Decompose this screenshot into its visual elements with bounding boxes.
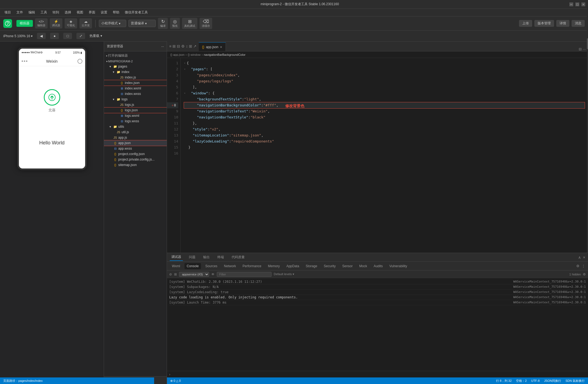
menu-item-view[interactable]: 视图	[74, 10, 85, 15]
devtool-tab-network[interactable]: Network	[222, 263, 238, 269]
devtool-tab-audits[interactable]: Audits	[371, 263, 385, 269]
fullscreen-button[interactable]: ⤢	[76, 33, 85, 39]
home-button[interactable]: □	[63, 33, 72, 39]
console-clear-button[interactable]: ⊘	[169, 272, 172, 276]
editor-toolbar-btn-3[interactable]: ⊟	[177, 44, 180, 48]
editor-more-button[interactable]: ···	[583, 47, 586, 51]
devtool-tab-wxml[interactable]: Wxml	[170, 263, 182, 269]
device-select[interactable]: iPhone 5 100% 16 ▾	[3, 34, 33, 38]
devtool-tab-sensor[interactable]: Sensor	[340, 263, 355, 269]
editor-toolbar-btn-4[interactable]: ⚙	[181, 44, 185, 48]
devtool-tab-storage[interactable]: Storage	[304, 263, 319, 269]
file-logs-js[interactable]: JS logs.js	[104, 102, 167, 107]
hot-reload[interactable]: 热重载 ▾	[90, 34, 102, 38]
minimize-button[interactable]: ─	[569, 2, 573, 6]
editor-split-button[interactable]: ⊟	[579, 47, 582, 51]
settings-button[interactable]: ⚙	[583, 272, 586, 276]
devtool-tab-sources[interactable]: Sources	[203, 263, 220, 269]
explorer-dots[interactable]: ···	[161, 45, 164, 48]
devtool-tab-mock[interactable]: Mock	[357, 263, 369, 269]
folder-index[interactable]: ▾ 📁 index	[104, 69, 167, 75]
stop-button[interactable]: ●	[50, 33, 59, 39]
menu-item-settings[interactable]: 设置	[99, 10, 109, 15]
bottom-tab-debugger[interactable]: 调试器	[170, 254, 183, 261]
detail-button[interactable]: 详情	[556, 20, 569, 27]
menu-item-devtool[interactable]: 微信开发者工具	[123, 10, 150, 15]
menu-item-edit[interactable]: 编辑	[26, 10, 37, 15]
panel-collapse-button[interactable]: ∧	[578, 255, 581, 260]
console-eye-button[interactable]: 👁	[211, 272, 215, 276]
devtool-tab-console[interactable]: Console	[185, 263, 201, 269]
file-index-wxss[interactable]: ⊟ index.wxss	[104, 91, 167, 97]
editor-toolbar-btn-7[interactable]: ↗	[193, 44, 197, 48]
editor-toolbar-btn-2[interactable]: ⊞	[172, 44, 176, 48]
devtools-more-button[interactable]: ⋮	[582, 264, 585, 268]
maximize-button[interactable]: □	[575, 2, 579, 6]
menu-item-interface[interactable]: 界面	[87, 10, 97, 15]
preview-button[interactable]: ◎ 预览	[170, 18, 180, 29]
file-logs-wxss[interactable]: ⊟ logs.wxss	[104, 118, 167, 124]
file-project-config[interactable]: {} project.config.json	[104, 151, 167, 157]
menu-item-project[interactable]: 项目	[2, 10, 13, 15]
open-editors-section[interactable]: ▸ 打开的编辑器	[104, 53, 167, 59]
file-index-json[interactable]: {} index.json	[104, 80, 167, 86]
collapse-icon-6[interactable]: ▾	[184, 90, 186, 96]
devtool-tab-vulnerability[interactable]: Vulnerability	[387, 263, 409, 269]
msg-button[interactable]: 消息	[572, 20, 585, 27]
close-button[interactable]: ×	[581, 2, 585, 6]
devtool-tab-performance[interactable]: Performance	[240, 263, 264, 269]
panel-close-button[interactable]: ×	[583, 255, 585, 260]
menu-item-file[interactable]: 文件	[14, 10, 25, 15]
file-logs-wxml[interactable]: ⊞ logs.wxml	[104, 113, 167, 118]
editor-button[interactable]: </> 编辑器	[35, 18, 48, 28]
simulator-button[interactable]: 模拟器	[16, 20, 33, 27]
file-index-js[interactable]: JS index.js	[104, 75, 167, 80]
file-project-private[interactable]: {} project.private.config.js...	[104, 157, 167, 162]
bottom-tab-terminal[interactable]: 终端	[216, 254, 226, 261]
clear-button[interactable]: ⌫ 清缓存	[200, 18, 212, 29]
refresh-button[interactable]: ↻ 编译	[158, 18, 168, 29]
folder-pages[interactable]: ▾ 📁 pages	[104, 64, 167, 69]
devtool-tab-memory[interactable]: Memory	[266, 263, 282, 269]
file-index-wxml[interactable]: ⊞ index.wxml	[104, 86, 167, 91]
devtool-tab-security[interactable]: Security	[322, 263, 338, 269]
back-button[interactable]: ◀	[37, 33, 46, 39]
file-logs-json[interactable]: {} logs.json	[104, 107, 167, 113]
folder-utils[interactable]: ▾ 📁 utils	[104, 124, 167, 129]
version-button[interactable]: 版本管理	[534, 20, 554, 27]
collapse-icon-1[interactable]: ▾	[184, 60, 186, 66]
code-editor[interactable]: ▾ { ▾ "pages" : [ "pages/index/index" ,	[181, 58, 588, 253]
menu-item-help[interactable]: 帮助	[111, 10, 122, 15]
editor-scrollbar[interactable]	[587, 58, 588, 253]
menu-item-select[interactable]: 选择	[62, 10, 73, 15]
bottom-tab-output[interactable]: 输出	[201, 254, 211, 261]
cloud-button[interactable]: ☁ 云开发	[79, 18, 92, 28]
console-filter-input[interactable]	[217, 272, 272, 277]
editor-toolbar-btn-6[interactable]: ⊞	[189, 44, 192, 48]
upload-button[interactable]: 上传	[519, 20, 532, 27]
file-app-js[interactable]: JS app.js	[104, 135, 167, 140]
menu-item-goto[interactable]: 转到	[50, 10, 61, 15]
project-root[interactable]: ▾ MINIPROGRAM-2	[104, 59, 167, 64]
editor-toolbar-btn-1[interactable]: ≡	[169, 44, 171, 48]
file-app-json[interactable]: {} app.json	[104, 140, 167, 146]
vis-button[interactable]: ◈ 可视化	[65, 18, 77, 28]
context-select[interactable]: appservice (#3)	[179, 272, 209, 277]
bottom-tab-quality[interactable]: 代码质量	[230, 254, 246, 261]
bottom-tab-problem[interactable]: 问题	[187, 254, 197, 261]
editor-toolbar-btn-5[interactable]: ↕	[186, 44, 188, 48]
devtool-tab-appdata[interactable]: AppData	[284, 263, 301, 269]
folder-logs[interactable]: ▾ 📁 logs	[104, 97, 167, 102]
tab-app-json[interactable]: {} app.json ×	[199, 42, 226, 51]
file-util-js[interactable]: JS util.js	[104, 129, 167, 135]
devtools-settings-button[interactable]: ⚙	[576, 264, 580, 268]
collapse-icon-2[interactable]: ▾	[184, 66, 186, 72]
tab-close-button[interactable]: ×	[220, 45, 222, 49]
console-toggle-button[interactable]: ⊞	[174, 272, 177, 276]
file-app-wxss[interactable]: ⊟ app.wxss	[104, 146, 167, 151]
file-sitemap[interactable]: {} sitemap.json	[104, 162, 167, 168]
real-dev-button[interactable]: ⊞ 真机调试	[182, 18, 197, 29]
debug-button[interactable]: ⚡ 调试器	[50, 18, 62, 28]
menu-item-tools[interactable]: 工具	[38, 10, 49, 15]
compile-dropdown[interactable]: 普通编译 ▾	[128, 20, 156, 27]
